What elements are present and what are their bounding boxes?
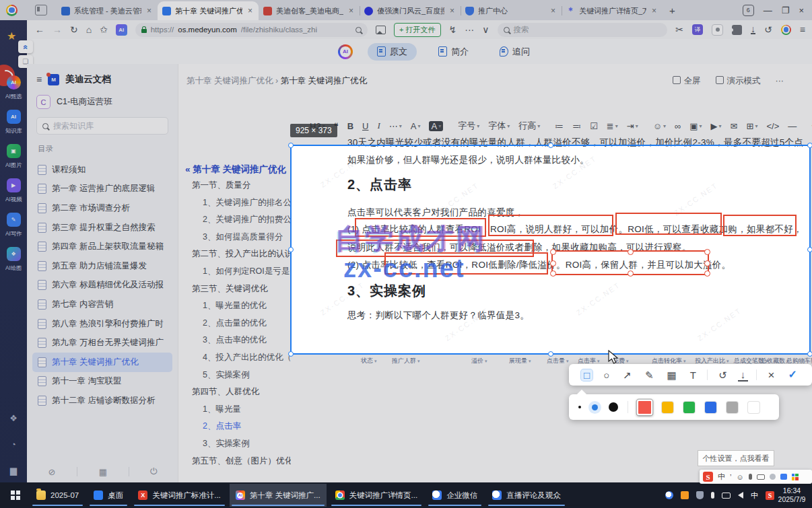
history-clock-icon[interactable]: ◔: [11, 439, 16, 449]
selection-handle[interactable]: [548, 351, 553, 357]
editor-toolbar-button[interactable]: U: [362, 121, 368, 131]
tray-app-icon[interactable]: [681, 491, 689, 499]
capture-tool-button[interactable]: □: [581, 369, 593, 381]
editor-toolbar-button[interactable]: 字体▾: [488, 120, 510, 132]
extensions-puzzle-icon[interactable]: [732, 25, 742, 35]
document-list-item[interactable]: 第十二章 店铺诊断数据分析: [27, 391, 178, 410]
browser-tab[interactable]: 系统管理 - 美迪云管理 ×: [57, 1, 158, 20]
taskbar-app-button[interactable]: 企业微信: [426, 484, 483, 507]
power-icon[interactable]: ⏻: [150, 466, 157, 477]
calendar-icon[interactable]: ▦: [99, 467, 107, 477]
start-button[interactable]: [0, 482, 30, 508]
collapse-sidebar-button[interactable]: «: [18, 40, 33, 53]
capture-tool-button[interactable]: ○: [601, 369, 612, 381]
editor-toolbar-button[interactable]: ≔: [555, 121, 564, 131]
sogou-logo-icon[interactable]: S: [703, 472, 713, 482]
tray-wechat-work-icon[interactable]: [665, 491, 673, 499]
capture-tool-button[interactable]: ↺: [716, 369, 730, 381]
extension-icon[interactable]: [712, 24, 723, 36]
selection-handle[interactable]: [807, 351, 812, 357]
editor-toolbar-button[interactable]: 行高▾: [518, 120, 540, 132]
taskbar-app-button[interactable]: X 关键词推广标准计...: [132, 484, 227, 507]
browser-tab[interactable]: 傻强澳门风云_百度搜索 ×: [360, 1, 461, 20]
ime-emoji-icon[interactable]: ☺: [736, 473, 743, 481]
ime-dress-icon[interactable]: [780, 474, 787, 480]
ai-extension-icon[interactable]: AI: [116, 24, 127, 36]
editor-toolbar-button[interactable]: ⊞▾: [747, 121, 758, 131]
tray-display-icon[interactable]: [722, 493, 731, 499]
profile-chrome-icon[interactable]: [781, 25, 791, 35]
ai-rail-item[interactable]: ▣ AI图片: [0, 144, 27, 170]
editor-toolbar-button[interactable]: A▾: [429, 121, 443, 131]
document-list-item[interactable]: 第二章 市场调查分析: [27, 198, 178, 218]
color-swatch[interactable]: [726, 402, 738, 413]
selection-handle[interactable]: [807, 143, 812, 148]
taskbar-app-button[interactable]: 2025-07: [30, 484, 85, 507]
edit-disabled-icon[interactable]: ⊘: [48, 467, 56, 477]
selection-handle[interactable]: [288, 351, 294, 357]
taskbar-app-button[interactable]: 直播评论及观众: [486, 484, 567, 507]
ime-mode-toggle[interactable]: 中: [718, 472, 725, 482]
tray-ime-mode[interactable]: 中: [751, 491, 758, 501]
color-swatch[interactable]: [637, 399, 653, 415]
browser-tab[interactable]: 关键词推广详情页_万相 ×: [562, 1, 663, 20]
color-swatch[interactable]: [662, 402, 673, 413]
capture-tool-button[interactable]: T: [687, 369, 699, 381]
editor-toolbar-button[interactable]: B: [347, 121, 353, 131]
hamburger-icon[interactable]: ≡: [36, 74, 42, 85]
stroke-size-option[interactable]: [592, 404, 598, 410]
document-list-item[interactable]: 第七章 内容营销: [27, 295, 178, 314]
selection-handle[interactable]: [807, 247, 812, 252]
stroke-size-option[interactable]: [609, 402, 618, 412]
zoom-search-icon[interactable]: [356, 27, 362, 33]
secondary-search-field[interactable]: 搜索: [498, 23, 668, 37]
image-tool-icon[interactable]: [376, 26, 386, 34]
favorite-star-icon[interactable]: ★: [7, 30, 16, 42]
tab-close-icon[interactable]: ×: [650, 6, 658, 15]
editor-toolbar-button[interactable]: ▶▾: [711, 121, 722, 131]
editor-toolbar-button[interactable]: ✉: [731, 121, 738, 131]
back-icon[interactable]: ←: [35, 24, 44, 35]
document-list-item[interactable]: 第五章 助力店铺流量爆发: [27, 256, 178, 276]
document-list-item[interactable]: 第三章 提升权重之自然搜索: [27, 218, 178, 238]
tab-count-badge[interactable]: 6: [743, 5, 754, 16]
downloads-icon[interactable]: ↓: [751, 26, 755, 34]
table-column-header[interactable]: 溢价: [471, 357, 509, 365]
tray-security-shield-icon[interactable]: [696, 491, 704, 499]
taskbar-clock[interactable]: 16:34 2025/7/9: [774, 486, 809, 504]
tab-group-icon[interactable]: [35, 5, 47, 15]
ime-toolbox-icon[interactable]: [792, 474, 799, 480]
home-icon[interactable]: ⌂: [86, 24, 92, 35]
tab-close-icon[interactable]: ×: [448, 6, 456, 15]
workspace-row[interactable]: C C1-电商运营班: [36, 95, 178, 109]
tab-close-icon[interactable]: ×: [347, 6, 355, 15]
capture-tool-button[interactable]: [707, 369, 708, 380]
document-list-item[interactable]: 第四章 新品上架获取流量秘籍: [27, 237, 178, 256]
more-tools-icon[interactable]: ···: [465, 24, 474, 35]
taskbar-app-button[interactable]: 桌面: [88, 484, 129, 507]
reload-icon[interactable]: ↻: [70, 24, 78, 35]
capture-tool-button[interactable]: ↓: [738, 369, 749, 382]
tray-sogou-icon[interactable]: S: [766, 491, 774, 500]
bookmark-icon[interactable]: ✩: [100, 24, 108, 35]
ai-rail-item[interactable]: AI AI甄选: [0, 75, 27, 101]
lightning-icon[interactable]: ↯: [449, 24, 457, 35]
color-swatch[interactable]: [683, 402, 695, 413]
translate-extension-icon[interactable]: 译: [692, 24, 703, 35]
tab-close-icon[interactable]: ×: [549, 6, 557, 15]
editor-toolbar-button[interactable]: I: [377, 120, 380, 131]
viewer-tab[interactable]: 原文: [368, 43, 417, 61]
capture-tool-button[interactable]: ✎: [642, 369, 656, 381]
editor-toolbar-button[interactable]: </>: [766, 121, 779, 131]
color-swatch[interactable]: [748, 402, 759, 413]
capture-tool-button[interactable]: ↗: [620, 369, 634, 381]
editor-toolbar-button[interactable]: ≕: [572, 121, 581, 131]
editor-toolbar-button[interactable]: ☑: [590, 121, 598, 131]
tray-volume-icon[interactable]: [738, 492, 743, 499]
workspace-briefcase-icon[interactable]: ▆: [10, 466, 17, 476]
capture-selection-region[interactable]: [290, 145, 811, 355]
capture-tool-button[interactable]: ▦: [665, 369, 679, 381]
document-list-item[interactable]: 第一章 运营推广的底层逻辑: [27, 180, 178, 199]
ai-rail-item[interactable]: ▶ AI视频: [0, 178, 27, 204]
ime-keyboard-icon[interactable]: [757, 474, 765, 480]
